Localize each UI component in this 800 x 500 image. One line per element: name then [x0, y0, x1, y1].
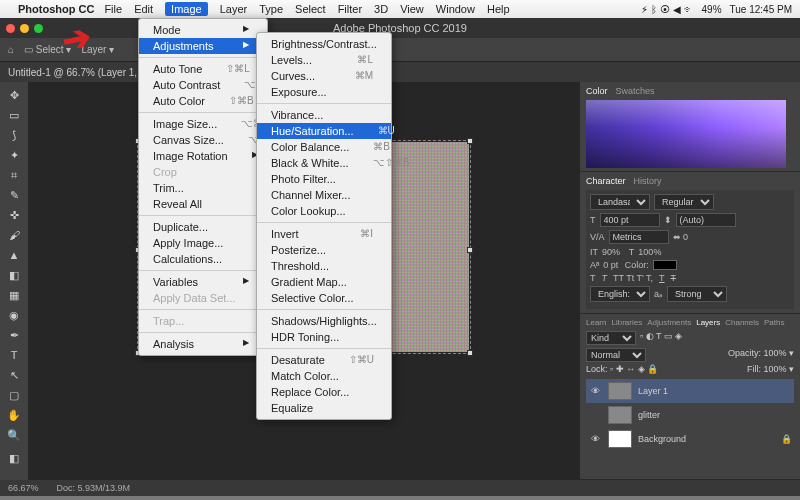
path-tool[interactable]: ↖ [3, 366, 25, 384]
menuitem-equalize[interactable]: Equalize [257, 400, 391, 416]
menuitem-exposure-[interactable]: Exposure... [257, 84, 391, 100]
menuitem-black-white-[interactable]: Black & White...⌥⇧⌘B [257, 155, 391, 171]
hand-tool[interactable]: ✋ [3, 406, 25, 424]
wifi-icon[interactable]: ⚡︎ ᛒ ⦿ ◀︎ ᯤ [641, 4, 693, 15]
pen-tool[interactable]: ✒ [3, 326, 25, 344]
menuitem-threshold-[interactable]: Threshold... [257, 258, 391, 274]
tab-history[interactable]: History [634, 176, 662, 186]
menuitem-posterize-[interactable]: Posterize... [257, 242, 391, 258]
type-tool[interactable]: T [3, 346, 25, 364]
menuitem-image-rotation[interactable]: Image Rotation▶ [139, 148, 267, 164]
crop-tool[interactable]: ⌗ [3, 166, 25, 184]
layer-dropdown[interactable]: Layer ▾ [81, 44, 114, 55]
menuitem-adjustments[interactable]: Adjustments▶ [139, 38, 267, 54]
zoom-level[interactable]: 66.67% [8, 483, 39, 493]
font-select[interactable]: Landasans_demo01 [590, 194, 650, 210]
menu-filter[interactable]: Filter [338, 3, 362, 15]
menuitem-duplicate-[interactable]: Duplicate... [139, 219, 267, 235]
eyedropper-tool[interactable]: ✎ [3, 186, 25, 204]
menuitem-channel-mixer-[interactable]: Channel Mixer... [257, 187, 391, 203]
eraser-tool[interactable]: ◧ [3, 266, 25, 284]
transform-handle[interactable] [467, 350, 473, 356]
stamp-tool[interactable]: ▲ [3, 246, 25, 264]
tab-swatches[interactable]: Swatches [616, 86, 655, 96]
menuitem-auto-color[interactable]: Auto Color⇧⌘B [139, 93, 267, 109]
lasso-tool[interactable]: ⟆ [3, 126, 25, 144]
crop-select[interactable]: ▭ Select ▾ [24, 44, 71, 55]
menuitem-color-lookup-[interactable]: Color Lookup... [257, 203, 391, 219]
menuitem-brightness-contrast-[interactable]: Brightness/Contrast... [257, 36, 391, 52]
menuitem-selective-color-[interactable]: Selective Color... [257, 290, 391, 306]
menu-help[interactable]: Help [487, 3, 510, 15]
layer-row[interactable]: glitter [586, 403, 794, 427]
menu-edit[interactable]: Edit [134, 3, 153, 15]
brush-tool[interactable]: 🖌 [3, 226, 25, 244]
gradient-tool[interactable]: ▦ [3, 286, 25, 304]
menuitem-levels-[interactable]: Levels...⌘L [257, 52, 391, 68]
move-tool[interactable]: ✥ [3, 86, 25, 104]
menuitem-curves-[interactable]: Curves...⌘M [257, 68, 391, 84]
layer-row[interactable]: 👁Background🔒 [586, 427, 794, 451]
menuitem-analysis[interactable]: Analysis▶ [139, 336, 267, 352]
menuitem-hue-saturation-[interactable]: Hue/Saturation...⌘U [257, 123, 391, 139]
zoom-tool[interactable]: 🔍 [3, 426, 25, 444]
home-icon[interactable]: ⌂ [8, 44, 14, 55]
app-name[interactable]: Photoshop CC [18, 3, 94, 15]
menuitem-canvas-size-[interactable]: Canvas Size...⌥⌘C [139, 132, 267, 148]
blur-tool[interactable]: ◉ [3, 306, 25, 324]
heal-tool[interactable]: ✜ [3, 206, 25, 224]
menuitem-reveal-all[interactable]: Reveal All [139, 196, 267, 212]
menuitem-auto-tone[interactable]: Auto Tone⇧⌘L [139, 61, 267, 77]
menu-image[interactable]: Image [165, 2, 208, 16]
menuitem-replace-color-[interactable]: Replace Color... [257, 384, 391, 400]
style-select[interactable]: Regular [654, 194, 714, 210]
aa-select[interactable]: Strong [667, 286, 727, 302]
tab-color[interactable]: Color [586, 86, 608, 96]
tab-layers[interactable]: Layers [696, 318, 720, 327]
menuitem-apply-image-[interactable]: Apply Image... [139, 235, 267, 251]
kerning[interactable] [609, 230, 669, 244]
menuitem-mode[interactable]: Mode▶ [139, 22, 267, 38]
menuitem-color-balance-[interactable]: Color Balance...⌘B [257, 139, 391, 155]
zoom-icon[interactable] [34, 24, 43, 33]
menuitem-match-color-[interactable]: Match Color... [257, 368, 391, 384]
layer-kind[interactable]: Kind [586, 331, 636, 345]
text-color[interactable] [653, 260, 677, 270]
menuitem-trim-[interactable]: Trim... [139, 180, 267, 196]
leading[interactable] [676, 213, 736, 227]
menu-window[interactable]: Window [436, 3, 475, 15]
menuitem-shadows-highlights-[interactable]: Shadows/Highlights... [257, 313, 391, 329]
menuitem-desaturate[interactable]: Desaturate⇧⌘U [257, 352, 391, 368]
minimize-icon[interactable] [20, 24, 29, 33]
colors-swatch[interactable]: ◧ [3, 446, 25, 470]
menu-type[interactable]: Type [259, 3, 283, 15]
menu-3d[interactable]: 3D [374, 3, 388, 15]
menuitem-hdr-toning-[interactable]: HDR Toning... [257, 329, 391, 345]
lang-select[interactable]: English: USA [590, 286, 650, 302]
menuitem-vibrance-[interactable]: Vibrance... [257, 107, 391, 123]
color-picker[interactable] [586, 100, 786, 168]
menuitem-calculations-[interactable]: Calculations... [139, 251, 267, 267]
menuitem-image-size-[interactable]: Image Size...⌥⌘I [139, 116, 267, 132]
wand-tool[interactable]: ✦ [3, 146, 25, 164]
transform-handle[interactable] [467, 138, 473, 144]
clock[interactable]: Tue 12:45 PM [730, 4, 792, 15]
transform-handle[interactable] [467, 247, 473, 253]
visibility-icon[interactable]: 👁 [588, 386, 602, 396]
close-icon[interactable] [6, 24, 15, 33]
font-size[interactable] [600, 213, 660, 227]
menuitem-variables[interactable]: Variables▶ [139, 274, 267, 290]
visibility-icon[interactable]: 👁 [588, 434, 602, 444]
menuitem-auto-contrast[interactable]: Auto Contrast⌥⇧⌘L [139, 77, 267, 93]
menu-file[interactable]: File [104, 3, 122, 15]
shape-tool[interactable]: ▢ [3, 386, 25, 404]
menuitem-invert[interactable]: Invert⌘I [257, 226, 391, 242]
menu-select[interactable]: Select [295, 3, 326, 15]
menuitem-gradient-map-[interactable]: Gradient Map... [257, 274, 391, 290]
tab-character[interactable]: Character [586, 176, 626, 186]
menu-view[interactable]: View [400, 3, 424, 15]
layer-row[interactable]: 👁Layer 1 [586, 379, 794, 403]
menu-layer[interactable]: Layer [220, 3, 248, 15]
menuitem-photo-filter-[interactable]: Photo Filter... [257, 171, 391, 187]
marquee-tool[interactable]: ▭ [3, 106, 25, 124]
